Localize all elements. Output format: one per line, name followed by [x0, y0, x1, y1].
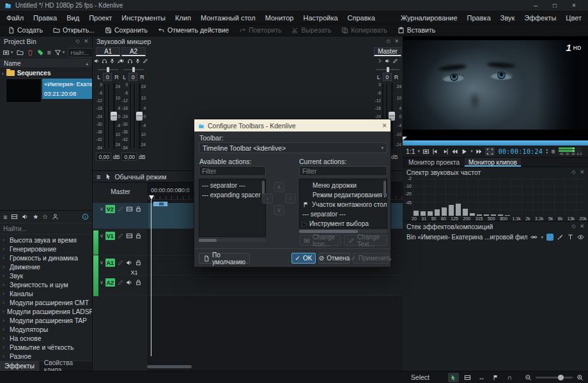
track-badge[interactable]: A1: [105, 259, 115, 267]
sequences-folder-row[interactable]: › Sequences: [0, 68, 92, 78]
bin-column-header[interactable]: Name ▴: [0, 59, 92, 68]
defaults-button[interactable]: По умолчанию: [199, 253, 250, 264]
cancel-button[interactable]: ⊘Отмена: [318, 253, 350, 264]
close-panel-icon[interactable]: ×: [580, 223, 584, 230]
timeline-menu-icon[interactable]: ≡: [97, 173, 100, 181]
effect-category-8[interactable]: ›Модули расширения LADSPA: [0, 307, 92, 316]
balance-value[interactable]: 0: [103, 73, 112, 81]
spacer-tool-button[interactable]: ↔: [476, 373, 487, 382]
monitor-tab-0[interactable]: Монитор проекта: [405, 158, 463, 167]
move-left-button[interactable]: ‹: [262, 193, 273, 204]
add-clip-icon[interactable]: [3, 49, 10, 56]
menu-right-item-3[interactable]: Эффекты: [524, 14, 556, 22]
float-panel-icon[interactable]: ◇: [571, 223, 575, 229]
float-panel-icon[interactable]: ◇: [571, 169, 575, 175]
create-folder-icon[interactable]: [17, 49, 24, 56]
available-action-item-0[interactable]: --- separator ---: [199, 181, 265, 190]
ok-button[interactable]: ✓OK: [291, 253, 316, 264]
custom-effects-icon[interactable]: ☆: [42, 213, 48, 220]
current-action-item-2[interactable]: Участок монтажного стола не: [300, 200, 387, 209]
monitor-video-frame[interactable]: 1 HD: [403, 40, 588, 130]
menu-item-7[interactable]: Монитор: [265, 14, 294, 22]
templates-icon[interactable]: [52, 213, 59, 220]
toolbar-save-button[interactable]: Сохранить: [100, 26, 152, 34]
track-badge[interactable]: A2: [105, 278, 115, 287]
effect-category-7[interactable]: ›Модули расширения CMT: [0, 298, 92, 307]
move-up-button[interactable]: ∧: [274, 182, 284, 192]
collapse-track-icon[interactable]: ∨: [100, 260, 104, 266]
timeline-clip[interactable]: [153, 202, 167, 206]
timeline-master-button[interactable]: Master: [93, 188, 148, 195]
link-icon[interactable]: [530, 234, 538, 241]
volume-fader[interactable]: 241040-4-10-24: [111, 82, 120, 150]
dialog-close-icon[interactable]: ×: [382, 121, 387, 130]
clip-thumbnail[interactable]: [6, 79, 42, 103]
toolbar-undo-button[interactable]: Отменить действие: [153, 26, 233, 34]
effects-menu-icon[interactable]: ≡: [3, 213, 7, 221]
effect-category-12[interactable]: ›Размытие и чёткость: [0, 343, 92, 352]
effects-search-input[interactable]: [3, 225, 89, 232]
toolbar-open-button[interactable]: Открыть...: [49, 26, 99, 34]
change-icon-button[interactable]: Change Icon...: [299, 235, 341, 246]
mute-button[interactable]: [385, 57, 391, 65]
menu-item-6[interactable]: Монтажный стол: [201, 14, 256, 22]
zoom-dropdown-icon[interactable]: ▾: [418, 149, 421, 154]
pan-handle[interactable]: [132, 67, 135, 72]
pan-slider[interactable]: [374, 66, 401, 72]
effects-button[interactable]: [143, 57, 148, 65]
track-header-v2[interactable]: ∨V2: [93, 203, 148, 229]
track-badge[interactable]: V1: [105, 232, 115, 240]
pan-slider[interactable]: [121, 66, 146, 72]
rewind-button[interactable]: [451, 148, 458, 155]
record-button[interactable]: [109, 57, 115, 65]
volume-fader[interactable]: 241040-4-10-24: [136, 82, 146, 150]
bin-search-input[interactable]: [68, 48, 96, 57]
mute-button[interactable]: [120, 57, 125, 65]
monitor-timecode[interactable]: 00:00:10:24: [499, 148, 543, 155]
zoom-slider-handle[interactable]: [558, 375, 564, 380]
toolbar-paste-button[interactable]: Вставить: [393, 26, 440, 34]
info-icon[interactable]: [82, 213, 89, 220]
monitor-seek-bar[interactable]: [403, 140, 588, 146]
preset-icon[interactable]: [546, 234, 553, 241]
apply-button[interactable]: ✓Применить: [353, 253, 389, 264]
effect-category-5[interactable]: ›Зернистость и шум: [0, 280, 92, 289]
effect-category-2[interactable]: ›Громкость и динамика: [0, 253, 92, 262]
video-effects-icon[interactable]: [11, 213, 18, 220]
available-action-item-1[interactable]: --- expanding spacer ---: [199, 190, 265, 200]
effect-category-4[interactable]: ›Звук: [0, 271, 92, 280]
timeline-horizontal-scrollbar[interactable]: [147, 365, 192, 368]
move-right-button[interactable]: ›: [285, 193, 296, 204]
dialog-titlebar[interactable]: Configure Toolbars - Kdenlive ×: [194, 119, 391, 131]
marker-tool-button[interactable]: [490, 373, 501, 382]
mixer-channel-name[interactable]: A1: [96, 47, 120, 56]
effect-category-9[interactable]: ›Модули расширения TAP: [0, 316, 92, 325]
balance-value[interactable]: 0: [128, 73, 137, 81]
effects-tab-1[interactable]: Свойства клипа: [40, 361, 92, 371]
toolbar-new-file-button[interactable]: Создать: [3, 26, 47, 34]
menu-right-item-1[interactable]: Правка: [467, 14, 491, 22]
float-panel-icon[interactable]: ◇: [75, 38, 79, 44]
play-button[interactable]: [461, 148, 468, 155]
toolbar-redo-button[interactable]: Повторить: [235, 26, 286, 34]
toolbar-copy-button[interactable]: Копировать: [337, 26, 392, 34]
filter-icon[interactable]: [54, 49, 61, 56]
record-button[interactable]: [135, 57, 141, 65]
current-action-item-3[interactable]: --- separator ---: [300, 209, 387, 219]
menu-right-item-2[interactable]: Звук: [500, 14, 515, 22]
playhead-handle[interactable]: [149, 195, 154, 200]
collapse-button[interactable]: [377, 57, 383, 65]
effect-category-6[interactable]: ›Каналы: [0, 289, 92, 298]
timecode-spinner[interactable]: ▲▼: [545, 148, 548, 154]
zone-mode-button[interactable]: [422, 148, 429, 155]
float-panel-icon[interactable]: ◇: [386, 38, 390, 44]
menu-item-0[interactable]: Файл: [6, 14, 24, 22]
scrollbar[interactable]: [383, 181, 386, 196]
close-panel-icon[interactable]: ×: [580, 169, 584, 176]
mute-button[interactable]: [94, 57, 100, 65]
horizontal-scrollbar[interactable]: [299, 230, 387, 233]
menu-item-8[interactable]: Настройка: [303, 14, 337, 22]
track-badge[interactable]: V2: [105, 205, 115, 213]
monitor-zoom-level[interactable]: 1:1: [406, 147, 415, 155]
current-action-item-0[interactable]: Меню дорожки: [300, 181, 387, 190]
